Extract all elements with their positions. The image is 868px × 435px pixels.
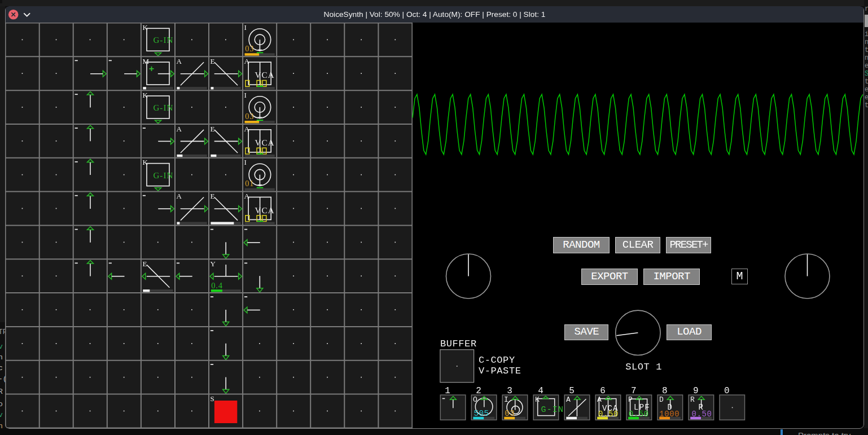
svg-text:4: 4 [538,386,543,396]
svg-text:8: 8 [662,386,668,396]
svg-text:6: 6 [600,386,606,396]
svg-text:5: 5 [569,386,575,396]
svg-text:9: 9 [693,386,699,396]
svg-text:0: 0 [724,386,730,396]
svg-text:2: 2 [476,386,481,396]
svg-text:7: 7 [631,386,637,396]
svg-text:R: R [690,396,695,404]
svg-text:D: D [659,396,664,404]
svg-text:3: 3 [507,386,512,396]
svg-text:O: O [473,396,477,404]
svg-text:A: A [566,396,571,404]
svg-text:1: 1 [445,386,450,396]
svg-text:G-IN: G-IN [541,405,564,415]
